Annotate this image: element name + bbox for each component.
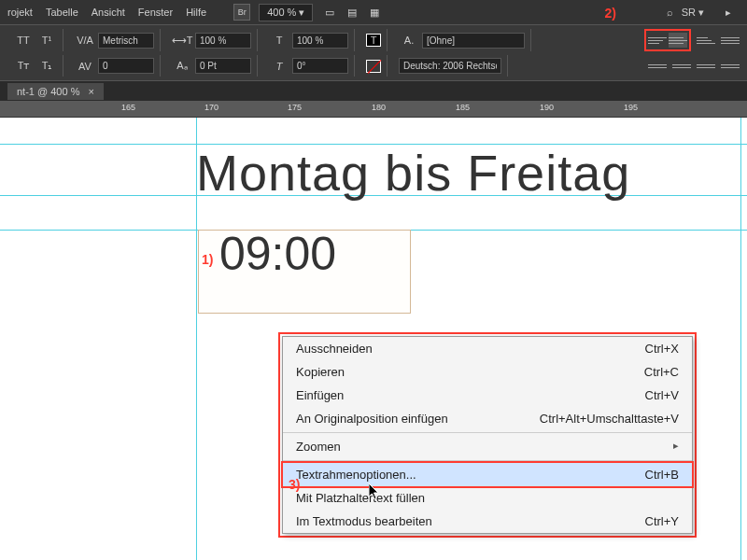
horiz-scale-field[interactable] [195, 33, 251, 49]
search-icon[interactable]: ⌕ [662, 4, 679, 21]
char-style-field[interactable] [422, 33, 525, 49]
horizontal-scale-icon[interactable]: ⟷T [172, 31, 192, 49]
ruler-mark: 195 [624, 103, 638, 112]
ruler-mark: 175 [288, 103, 302, 112]
menu-separator [283, 432, 692, 433]
horizontal-ruler: 165 170 175 180 185 190 195 [0, 101, 747, 118]
ruler-mark: 190 [540, 103, 554, 112]
width-scale-icon[interactable]: T [269, 31, 289, 49]
context-menu: AusschneidenCtrl+X KopierenCtrl+C Einfüg… [282, 336, 693, 534]
align-justify-button[interactable] [721, 33, 740, 48]
panel-toggle-icon[interactable]: ▸ [720, 4, 737, 21]
document-tab-bar: nt-1 @ 400 % × [0, 80, 747, 101]
baseline-field[interactable] [195, 58, 251, 74]
vertical-align-group-highlight [644, 29, 691, 51]
skew-field[interactable] [292, 58, 348, 74]
tracking-field[interactable] [98, 58, 154, 74]
superscript-icon[interactable]: T¹ [36, 31, 57, 49]
width-field[interactable] [292, 33, 348, 49]
tracking-icon[interactable]: AV [75, 57, 95, 76]
close-tab-icon[interactable]: × [89, 86, 94, 97]
stroke-swatch[interactable] [366, 60, 381, 73]
document-tab-title: nt-1 @ 400 % [17, 86, 79, 97]
menu-fill-placeholder[interactable]: Mit Platzhaltertext füllen [283, 486, 692, 510]
fill-swatch[interactable]: T [366, 34, 381, 47]
menu-paste-in-place[interactable]: An Originalposition einfügenCtrl+Alt+Ums… [283, 407, 692, 430]
textframe-content[interactable]: 09:00 [199, 231, 410, 277]
align-bottom-button[interactable] [697, 33, 715, 48]
menu-tabelle[interactable]: Tabelle [46, 7, 78, 18]
menu-edit-story[interactable]: Im Textmodus bearbeitenCtrl+Y [283, 510, 692, 533]
language-field[interactable] [399, 58, 501, 74]
kerning-field[interactable] [98, 33, 154, 49]
view-options-icon[interactable]: ▤ [344, 4, 360, 21]
ruler-mark: 170 [204, 103, 218, 112]
menu-hilfe[interactable]: Hilfe [186, 7, 206, 18]
menu-fenster[interactable]: Fenster [138, 7, 173, 18]
char-style-label: A. [399, 31, 419, 49]
align-top-button[interactable] [648, 33, 667, 48]
screen-mode-icon[interactable]: ▭ [321, 4, 338, 21]
baseline-shift-icon[interactable]: Aₐ [172, 57, 192, 76]
bridge-icon[interactable]: Br [233, 4, 250, 21]
ruler-mark: 180 [372, 103, 386, 112]
ruler-mark: 185 [456, 103, 470, 112]
skew-icon[interactable]: T [269, 57, 289, 76]
menu-cut[interactable]: AusschneidenCtrl+X [283, 337, 692, 360]
column-4-button[interactable] [721, 59, 740, 74]
menu-projekt[interactable]: rojekt [7, 7, 33, 18]
margin-guide-right [740, 118, 741, 560]
column-3-button[interactable] [697, 59, 715, 74]
document-canvas[interactable]: Montag bis Freitag 09:00 1) Ausschneiden… [0, 118, 747, 560]
workspace-switcher[interactable]: SR ▾ [682, 7, 704, 19]
kerning-icon[interactable]: V/A [75, 31, 95, 49]
column-1-button[interactable] [648, 59, 667, 74]
cursor-icon [369, 483, 382, 500]
control-panel: TT T¹ V/A ⟷T T T A. Tᴛ [0, 24, 747, 80]
menu-textframe-options[interactable]: Textrahmenoptionen...Ctrl+B [283, 463, 692, 486]
ruler-mark: 165 [121, 103, 135, 112]
column-2-button[interactable] [672, 59, 691, 74]
menu-ansicht[interactable]: Ansicht [92, 7, 125, 18]
active-document-tab[interactable]: nt-1 @ 400 % × [7, 83, 104, 100]
selected-text-frame[interactable]: 09:00 [198, 230, 411, 314]
zoom-level-field[interactable]: 400 % ▾ [259, 4, 313, 21]
smallcaps-icon[interactable]: Tᴛ [13, 57, 34, 76]
annotation-1: 1) [202, 252, 213, 267]
menu-zoom[interactable]: Zoomen [283, 435, 692, 458]
context-menu-highlight-box: AusschneidenCtrl+X KopierenCtrl+C Einfüg… [278, 332, 697, 538]
menu-paste[interactable]: EinfügenCtrl+V [283, 384, 692, 407]
annotation-3: 3) [289, 477, 300, 492]
heading-text[interactable]: Montag bis Freitag [196, 144, 630, 202]
allcaps-icon[interactable]: TT [13, 31, 34, 49]
subscript-icon[interactable]: T₁ [36, 57, 57, 76]
align-center-button[interactable] [669, 33, 687, 48]
main-menubar: rojekt Tabelle Ansicht Fenster Hilfe Br … [0, 0, 747, 24]
arrange-icon[interactable]: ▦ [366, 4, 383, 21]
annotation-2: 2) [605, 6, 616, 21]
menu-copy[interactable]: KopierenCtrl+C [283, 360, 692, 384]
